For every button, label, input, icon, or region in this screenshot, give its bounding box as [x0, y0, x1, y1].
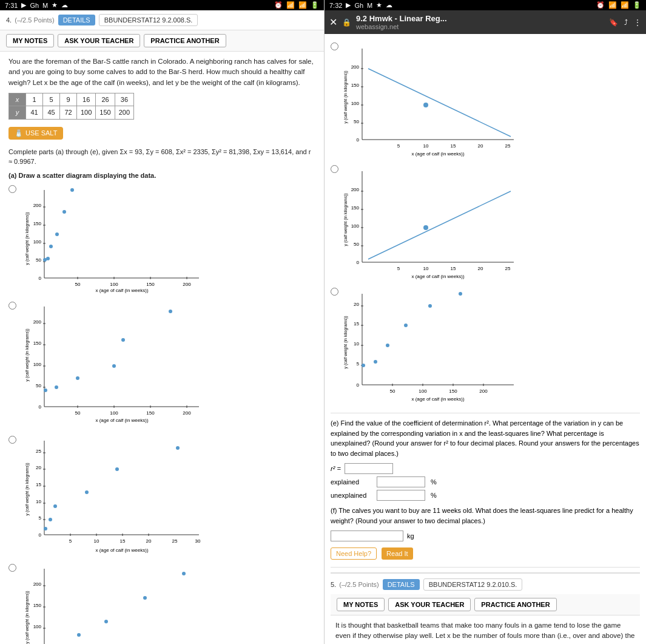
svg-text:100: 100 — [351, 101, 360, 106]
svg-point-80 — [49, 518, 52, 521]
x-label: x — [9, 93, 26, 106]
svg-text:x (age of calf (in weeks)): x (age of calf (in weeks)) — [411, 151, 464, 157]
svg-text:50: 50 — [354, 119, 359, 124]
q4-code: BBUNDERSTAT12 9.2.008.S. — [99, 14, 198, 26]
share-icon[interactable]: ⤴ — [624, 18, 628, 27]
svg-text:15: 15 — [354, 321, 359, 327]
svg-text:15: 15 — [36, 482, 41, 487]
right-radio-1[interactable] — [331, 42, 338, 50]
svg-text:0: 0 — [39, 276, 42, 281]
r2-label: r² = — [331, 465, 341, 472]
unexplained-input[interactable] — [377, 490, 425, 501]
scatter-radio-2[interactable] — [8, 302, 16, 310]
y-label: y — [9, 106, 26, 120]
svg-text:x (age of calf (in weeks)): x (age of calf (in weeks)) — [95, 547, 148, 553]
right-scatter-1: 0 50 100 150 200 5 10 15 20 25 y (calf w… — [341, 42, 517, 161]
y-val-2: 45 — [43, 106, 60, 120]
y-val-6: 200 — [115, 106, 133, 120]
q5-header: 5. (–/2.5 Points) DETAILS BBUNDERSTAT12 … — [331, 578, 640, 591]
svg-text:25: 25 — [505, 266, 511, 271]
svg-text:25: 25 — [172, 538, 178, 544]
svg-point-24 — [55, 232, 59, 236]
youtube-icon: ▶ — [21, 1, 26, 9]
svg-text:20: 20 — [478, 143, 483, 149]
svg-text:25: 25 — [36, 449, 41, 454]
svg-point-51 — [76, 376, 79, 380]
help-row: Need Help? Read It — [331, 547, 640, 560]
bookmark-icon[interactable]: 🔖 — [609, 18, 618, 27]
youtube-icon-r: ▶ — [346, 1, 351, 9]
svg-text:5: 5 — [397, 266, 400, 271]
gmail-icon: M — [42, 2, 48, 9]
right-panel: 7:32 ▶ Gh M ★ ☁ ⏰ 📶 📶 🔋 ✕ 🔒 9.2 Hmwk - L… — [325, 0, 646, 644]
svg-text:200: 200 — [183, 410, 191, 416]
kg-input[interactable] — [331, 530, 403, 541]
q4-data-table: x 1 5 9 16 26 36 y 41 45 72 100 150 200 — [8, 93, 134, 120]
right-scatter-2: 0 50 100 150 200 5 10 15 20 25 y (calf w… — [341, 165, 517, 283]
scatter-chart-4: 0 50 100 150 200 5 10 15 20 25 30 — [20, 563, 202, 644]
right-radio-2[interactable] — [331, 165, 338, 173]
svg-text:5: 5 — [69, 538, 72, 544]
svg-point-178 — [404, 324, 408, 327]
need-help-btn[interactable]: Need Help? — [331, 547, 377, 560]
more-icon[interactable]: ⋮ — [634, 18, 641, 27]
svg-point-176 — [374, 360, 377, 364]
browser-url: webassign.net — [356, 23, 604, 30]
q4-details-btn[interactable]: DETAILS — [58, 15, 95, 25]
q4-body: You are the foreman of the Bar-S cattle … — [0, 52, 324, 644]
read-it-btn[interactable]: Read It — [382, 547, 412, 560]
q4-my-notes-btn[interactable]: MY NOTES — [6, 34, 54, 47]
right-radio-3[interactable] — [331, 288, 338, 296]
scatter-radio-4[interactable] — [8, 564, 16, 572]
use-salt-btn[interactable]: 🧂 USE SALT — [8, 127, 63, 140]
battery-icon-r: 🔋 — [633, 1, 641, 9]
lock-icon: 🔒 — [342, 18, 351, 27]
q4-ask-teacher-btn[interactable]: ASK YOUR TEACHER — [58, 34, 140, 47]
q4-header: 4. (–/2.5 Points) DETAILS BBUNDERSTAT12 … — [0, 10, 324, 30]
svg-point-179 — [428, 304, 432, 308]
q5-body: It is thought that basketball teams that… — [331, 615, 640, 644]
signal-icon-r: 📶 — [621, 1, 629, 9]
scatter-chart-2: 0 50 100 150 200 50 100 150 200 — [20, 300, 202, 428]
battery-icon-left: 🔋 — [311, 1, 319, 9]
cloud-icon: ☁ — [61, 1, 68, 9]
svg-text:100: 100 — [110, 410, 118, 416]
svg-text:150: 150 — [146, 410, 155, 416]
svg-point-175 — [362, 364, 365, 367]
close-btn[interactable]: ✕ — [329, 16, 337, 28]
svg-text:200: 200 — [33, 581, 42, 587]
r2-input[interactable] — [345, 463, 393, 474]
svg-text:150: 150 — [351, 205, 360, 211]
svg-text:200: 200 — [33, 319, 42, 325]
scatter-option-3: 0 5 10 15 20 25 5 10 15 20 25 30 — [8, 435, 315, 559]
svg-point-110 — [77, 633, 81, 637]
svg-text:10: 10 — [423, 143, 429, 149]
svg-point-26 — [70, 188, 74, 192]
scatter-radio-1[interactable] — [8, 185, 16, 193]
svg-text:200: 200 — [479, 388, 488, 394]
q5-ask-teacher-btn[interactable]: ASK YOUR TEACHER — [388, 598, 471, 611]
svg-text:x (age of calf (in weeks)): x (age of calf (in weeks)) — [411, 274, 464, 279]
svg-point-79 — [44, 527, 47, 530]
explained-input[interactable] — [377, 476, 425, 487]
right-content: 0 50 100 150 200 5 10 15 20 25 y (calf w… — [325, 34, 646, 644]
q4-label: 4. (–/2.5 Points) — [6, 16, 55, 24]
q5-practice-btn[interactable]: PRACTICE ANOTHER — [474, 598, 556, 611]
svg-text:20: 20 — [146, 538, 152, 544]
star-icon-r: ★ — [376, 1, 382, 9]
right-scatter-3: 0 5 10 15 20 50 100 150 200 — [341, 288, 517, 406]
q5-details-btn[interactable]: DETAILS — [383, 579, 420, 590]
svg-text:200: 200 — [351, 64, 360, 70]
svg-point-53 — [44, 388, 47, 392]
q4-practice-btn[interactable]: PRACTICE ANOTHER — [144, 34, 226, 47]
unexplained-row: unexplained % — [331, 490, 640, 501]
scatter-radio-3[interactable] — [8, 436, 16, 444]
svg-text:5: 5 — [397, 143, 400, 149]
q5-my-notes-btn[interactable]: MY NOTES — [337, 598, 385, 611]
alarm-icon-r: ⏰ — [596, 1, 605, 9]
browser-bar: ✕ 🔒 9.2 Hmwk - Linear Reg... webassign.n… — [325, 10, 646, 34]
svg-text:y (calf weight (in kilograms)): y (calf weight (in kilograms)) — [343, 70, 348, 123]
q5-label: 5. (–/2.5 Points) — [331, 581, 379, 588]
kg-label: kg — [407, 532, 414, 540]
svg-text:30: 30 — [195, 538, 201, 544]
